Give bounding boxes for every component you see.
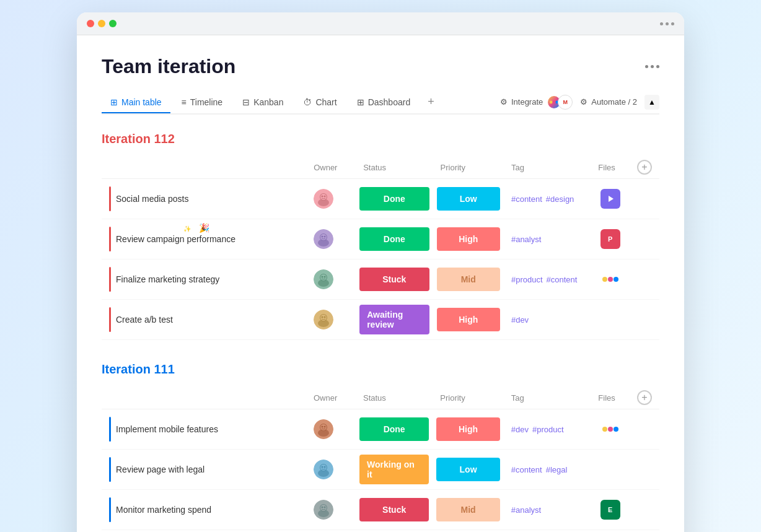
priority-cell[interactable]: High (433, 409, 504, 450)
iteration-112-rows: Social media posts Done Low (102, 179, 659, 340)
status-cell[interactable]: Done (356, 530, 433, 533)
status-cell[interactable]: Done (356, 409, 433, 450)
files-cell (591, 530, 630, 533)
automate-button[interactable]: ⚙ Automate / 2 (580, 97, 637, 107)
task-cell[interactable]: Monitor marketing spend (102, 490, 306, 530)
priority-cell[interactable]: Mid (433, 490, 504, 530)
status-badge: Done (359, 417, 429, 441)
iteration-111-table: Owner Status Priority Tag Files + Implem… (102, 386, 659, 532)
tag-label: #content (511, 194, 542, 204)
status-cell[interactable]: Awaiting review (356, 300, 433, 340)
owner-cell (306, 300, 356, 340)
add-tab-button[interactable]: + (421, 90, 441, 113)
integration-avatars: M (547, 95, 573, 110)
th-status: Status (356, 156, 433, 179)
tag-cell: #pr #content (504, 530, 591, 533)
file-icon-excel: E (600, 500, 620, 520)
th-owner-111: Owner (306, 386, 356, 409)
browser-more-dots (660, 22, 674, 25)
collapse-button[interactable]: ▲ (644, 95, 659, 110)
dot-green[interactable] (109, 20, 117, 27)
svg-point-24 (614, 277, 618, 282)
svg-point-20 (322, 276, 323, 278)
th-add-111: + (630, 386, 659, 409)
tag-label: #dev (511, 315, 529, 325)
svg-point-22 (602, 277, 607, 282)
th-task (102, 156, 306, 179)
avatar[interactable] (314, 460, 333, 479)
status-cell[interactable]: Done (356, 179, 433, 219)
owner-cell (306, 530, 356, 533)
more-options-button[interactable] (645, 65, 659, 68)
tag-label: #content (547, 275, 578, 284)
task-cell[interactable]: Implement mobile features (102, 409, 306, 450)
avatar[interactable] (314, 229, 333, 249)
avatar[interactable] (314, 189, 333, 209)
status-cell[interactable]: Stuck (356, 490, 433, 530)
th-add: + (630, 156, 659, 179)
task-cell[interactable]: Review campaign performance 🎉 ✨ (102, 219, 306, 259)
priority-cell[interactable]: High (433, 219, 504, 259)
iteration-112-section: Iteration 112 Owner Status Pr (102, 132, 659, 340)
tag-label: #dev (511, 425, 529, 434)
svg-point-1 (553, 100, 556, 103)
table-row: Monitor marketing spend Stuck Mid (102, 490, 659, 530)
tab-timeline[interactable]: ≡ Timeline (173, 92, 232, 113)
status-badge: Done (359, 187, 429, 211)
avatar[interactable] (314, 310, 333, 329)
priority-cell[interactable]: Low (433, 450, 504, 490)
task-cell[interactable]: Develop PR plan (102, 530, 306, 533)
integrate-button[interactable]: ⚙ Integrate M (500, 95, 573, 110)
table-row: Develop PR plan Done High (102, 530, 659, 533)
status-cell[interactable]: Done (356, 219, 433, 259)
dot-yellow[interactable] (98, 20, 105, 27)
iteration-112-title: Iteration 112 (102, 132, 659, 146)
task-name: Finalize marketing strategy (116, 274, 219, 284)
th-priority-111: Priority (433, 386, 504, 409)
browser-dots (87, 20, 117, 27)
tag-label: #analyst (511, 505, 541, 515)
task-cell[interactable]: Create a/b test (102, 300, 306, 340)
status-cell[interactable]: Working on it (356, 450, 433, 490)
tab-main-table[interactable]: ⊞ Main table (102, 92, 170, 113)
th-tag: Tag (504, 156, 591, 179)
task-cell[interactable]: Social media posts (102, 179, 306, 219)
priority-cell[interactable]: Low (433, 179, 504, 219)
row-border (109, 227, 111, 251)
avatar[interactable] (314, 500, 333, 520)
add-column-button-111[interactable]: + (637, 390, 652, 405)
table-header-row: Owner Status Priority Tag Files + (102, 156, 659, 179)
svg-point-15 (324, 236, 326, 238)
status-badge: Done (359, 227, 429, 251)
browser-window: Team iteration ⊞ Main table ≡ Timeline ⊟… (77, 12, 684, 532)
add-column-button[interactable]: + (637, 160, 652, 175)
priority-cell[interactable]: Mid (433, 259, 504, 300)
priority-cell[interactable]: High (433, 300, 504, 340)
avatar[interactable] (314, 419, 333, 439)
svg-point-30 (324, 316, 326, 318)
timeline-icon: ≡ (182, 97, 187, 107)
files-cell: P (591, 219, 630, 259)
row-border (109, 186, 111, 211)
task-cell[interactable]: Review page with legal (102, 450, 306, 490)
owner-cell (306, 219, 356, 259)
priority-cell[interactable]: High (433, 530, 504, 533)
tab-dashboard[interactable]: ⊞ Dashboard (348, 92, 420, 113)
task-cell[interactable]: Finalize marketing strategy (102, 259, 306, 300)
automate-icon: ⚙ (580, 97, 587, 107)
priority-badge: High (436, 417, 500, 441)
tag-cell: #product #content (504, 259, 591, 300)
dot-red[interactable] (87, 20, 94, 27)
svg-point-14 (322, 236, 323, 238)
owner-cell (306, 179, 356, 219)
tab-right-actions: ⚙ Integrate M ⚙ (500, 95, 659, 110)
status-cell[interactable]: Stuck (356, 259, 433, 300)
th-owner: Owner (306, 156, 356, 179)
svg-point-23 (608, 277, 613, 282)
tab-kanban[interactable]: ⊟ Kanban (234, 92, 292, 113)
add-cell (630, 179, 659, 219)
svg-point-36 (323, 426, 325, 428)
tab-chart[interactable]: ⏱ Chart (294, 92, 345, 113)
files-cell (591, 179, 630, 219)
avatar[interactable] (314, 269, 333, 289)
